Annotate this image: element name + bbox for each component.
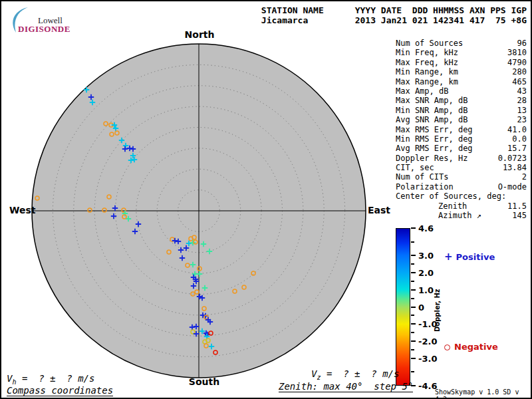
vh-readout: Vh = ? ± ? m/s (7, 373, 94, 386)
stat-value: 13 (517, 106, 527, 115)
colorbar-major-tick (411, 340, 416, 342)
colorbar-major-tick (411, 289, 416, 291)
stat-label: Doppler Res, Hz (396, 154, 467, 163)
compass-label-east: East (368, 205, 390, 215)
compass-label-south: South (184, 376, 224, 387)
stat-row: Doppler Res, Hz0.0723 (396, 154, 528, 163)
stat-label: Min Freq, kHz (396, 48, 458, 57)
legend-positive: +Positive (444, 251, 495, 263)
stats-panel: Num of Sources96Min Freq, kHz3810Max Fre… (396, 39, 528, 220)
stat-label: Num of Sources (396, 39, 463, 48)
stat-value: 465 (512, 77, 527, 86)
stat-row: Azimuth ↗145 (396, 211, 528, 220)
colorbar-minor-tick (411, 332, 414, 333)
colorbar-minor-tick (411, 298, 414, 299)
doppler-colorbar-gradient (396, 228, 410, 386)
colorbar-tick-label: 0 (418, 302, 424, 312)
colorbar-tick-label: 3.0 (418, 251, 434, 261)
stat-row: Center of Sources, deg: (396, 192, 528, 201)
stat-row: Min Range, km280 (396, 67, 528, 76)
colorbar-major-tick (411, 358, 416, 359)
stat-row: Max Freq, kHz4790 (396, 58, 528, 67)
stat-row: CIT, sec13.84 (396, 163, 528, 172)
colorbar-major-tick (411, 272, 416, 273)
stat-label: Max Freq, kHz (396, 58, 458, 67)
stat-value: 3810 (507, 48, 527, 57)
stat-value: 15.7 (507, 144, 527, 153)
stat-label: Max SNR Amp, dB (396, 96, 467, 105)
stat-label: Polarization (396, 182, 454, 192)
stat-value: 0.0 (512, 134, 527, 144)
stat-value: 2 (522, 172, 527, 182)
colorbar-major-tick (411, 323, 416, 325)
colorbar-tick-label: -2.0 (418, 336, 437, 346)
compass-coordinates-note: Compass coordinates (7, 385, 113, 396)
colorbar-major-tick (411, 227, 416, 229)
colorbar-tick-label: 4.6 (418, 223, 434, 233)
circle-icon (444, 344, 450, 350)
stat-value: 41.0 (507, 125, 527, 134)
colorbar-minor-tick (411, 349, 414, 350)
stat-row: Min Freq, kHz3810 (396, 48, 528, 57)
stat-label: Min RMS Err, deg (396, 134, 473, 144)
stat-label: Max Amp, dB (396, 86, 448, 96)
stat-value: 13.84 (503, 163, 527, 172)
stat-row: Max RMS Err, deg41.0 (396, 125, 528, 134)
legend-positive-label: Positive (456, 252, 495, 262)
legend-negative: Negative (444, 342, 498, 352)
stat-value: 4790 (507, 58, 527, 67)
stat-row: Num of CITs2 (396, 172, 528, 182)
stat-row: PolarizationO-mode (396, 182, 528, 192)
stat-value: 0.0723 (498, 154, 527, 163)
colorbar-minor-tick (411, 371, 414, 372)
stat-label: Min Range, km (396, 67, 458, 76)
stat-value: 96 (517, 39, 527, 48)
stat-value: 23 (517, 115, 527, 124)
zenith-range-note: Zenith: max 40° step 5° (279, 381, 413, 392)
doppler-axis-title: Doppler, Hz (434, 289, 441, 332)
stat-value: 11.5 (507, 201, 527, 211)
stat-label: Center of Sources, deg: (396, 192, 506, 201)
colorbar-minor-tick (411, 263, 414, 265)
colorbar-major-tick (411, 255, 416, 256)
legend-negative-label: Negative (454, 342, 498, 352)
compass-label-north: North (180, 29, 219, 40)
stat-label: Max Range, km (396, 77, 458, 86)
stat-row: Zenith11.5 (396, 201, 528, 211)
stat-row: Max SNR Amp, dB28 (396, 96, 528, 105)
colorbar-minor-tick (411, 281, 414, 282)
colorbar-major-tick (411, 307, 416, 308)
colorbar-minor-tick (411, 241, 414, 243)
colorbar-tick-label: -3.0 (418, 353, 437, 363)
stat-value: 145 (512, 211, 527, 220)
stat-label: Azimuth ↗ (438, 211, 481, 220)
stat-row: Min SNR Amp, dB13 (396, 106, 528, 115)
stat-row: Min RMS Err, deg0.0 (396, 134, 528, 144)
stat-value: O-mode (498, 182, 527, 192)
compass-label-west: West (9, 205, 32, 215)
vz-readout: Vz = ? ± ? m/s (311, 368, 399, 381)
stat-value: 28 (517, 96, 527, 105)
stat-label: Zenith (438, 201, 467, 211)
stat-row: Avg SNR Amp, dB23 (396, 115, 528, 124)
plus-icon: + (444, 251, 453, 263)
version-text: ShowSkymap v 1.0 SD v 4.2 (435, 388, 531, 399)
stat-row: Num of Sources96 (396, 39, 528, 48)
stat-label: Min SNR Amp, dB (396, 106, 467, 115)
showskymap-window: Lowell DIGISONDE STATION NAME YYYY DATE … (0, 0, 532, 399)
stat-label: Num of CITs (396, 172, 448, 182)
stat-row: Max Range, km465 (396, 77, 528, 86)
stat-label: Avg SNR Amp, dB (396, 115, 467, 124)
stat-label: Avg RMS Err, deg (396, 144, 473, 153)
stat-label: CIT, sec (396, 163, 434, 172)
stat-value: 43 (517, 86, 527, 96)
stat-value: 280 (512, 67, 527, 76)
colorbar-tick-label: 2.0 (418, 267, 434, 277)
colorbar-minor-tick (411, 315, 414, 316)
stat-row: Avg RMS Err, deg15.7 (396, 144, 528, 153)
colorbar-tick-label: 1.0 (418, 285, 434, 295)
stat-row: Max Amp, dB43 (396, 86, 528, 96)
stat-label: Max RMS Err, deg (396, 125, 473, 134)
